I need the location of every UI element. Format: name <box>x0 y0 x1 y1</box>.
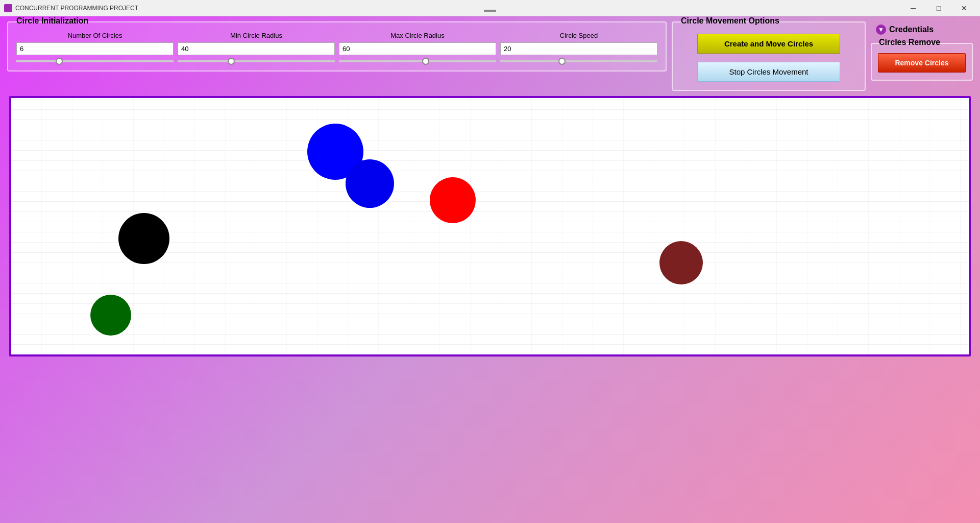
stop-movement-button[interactable]: Stop Circles Movement <box>697 62 840 82</box>
maximize-button[interactable]: □ <box>927 0 950 16</box>
credentials-section: ▼ Credentials <box>871 21 973 38</box>
slider-label-1: Min Circle Radius <box>178 32 335 39</box>
app-icon <box>4 4 12 12</box>
circle-1 <box>346 159 394 208</box>
remove-panel: Circles Remove Remove Circles <box>871 43 973 81</box>
slider-label-2: Max Circle Radius <box>339 32 496 39</box>
slider-range-1[interactable] <box>178 60 335 62</box>
slider-input-0[interactable] <box>16 42 174 55</box>
credentials-label: Credentials <box>889 25 934 34</box>
slider-range-3[interactable] <box>500 60 657 62</box>
slider-range-2[interactable] <box>339 60 496 62</box>
slider-input-1[interactable] <box>178 42 335 55</box>
slider-group-1: Min Circle Radius <box>178 32 335 62</box>
movement-panel-title: Circle Movement Options <box>679 16 781 26</box>
movement-buttons: Create and Move Circles Stop Circles Mov… <box>681 34 856 82</box>
slider-input-2[interactable] <box>339 42 496 55</box>
taskbar-button[interactable] <box>484 10 496 12</box>
minimize-button[interactable]: ─ <box>901 0 925 16</box>
slider-group-0: Number Of Circles <box>16 32 174 62</box>
main-content: Circle Initialization Number Of CirclesM… <box>0 16 980 362</box>
title-bar-controls: ─ □ ✕ <box>901 0 976 16</box>
slider-range-0[interactable] <box>16 60 174 62</box>
create-move-button[interactable]: Create and Move Circles <box>697 34 840 54</box>
circle-3 <box>118 213 169 264</box>
circle-5 <box>659 241 703 284</box>
slider-group-2: Max Circle Radius <box>339 32 496 62</box>
close-button[interactable]: ✕ <box>952 0 976 16</box>
slider-input-3[interactable] <box>500 42 657 55</box>
slider-label-3: Circle Speed <box>500 32 657 39</box>
top-row: Circle Initialization Number Of CirclesM… <box>7 21 973 91</box>
title-bar-left: CONCURRENT PROGRAMMING PROJECT <box>4 4 138 12</box>
sliders-row: Number Of CirclesMin Circle RadiusMax Ci… <box>16 32 657 62</box>
circle-4 <box>90 295 131 336</box>
slider-group-3: Circle Speed <box>500 32 657 62</box>
circle-2 <box>430 177 476 223</box>
canvas-area <box>9 96 971 356</box>
credentials-arrow-icon[interactable]: ▼ <box>876 25 886 35</box>
slider-label-0: Number Of Circles <box>16 32 174 39</box>
circle-init-panel: Circle Initialization Number Of CirclesM… <box>7 21 667 72</box>
title-bar: CONCURRENT PROGRAMMING PROJECT ─ □ ✕ <box>0 0 980 16</box>
title-bar-center <box>484 4 496 13</box>
remove-circles-button[interactable]: Remove Circles <box>878 53 966 73</box>
movement-options-panel: Circle Movement Options Create and Move … <box>672 21 866 91</box>
circle-init-title: Circle Initialization <box>14 16 90 26</box>
right-panel: ▼ Credentials Circles Remove Remove Circ… <box>871 21 973 81</box>
app-title: CONCURRENT PROGRAMMING PROJECT <box>15 5 138 12</box>
remove-panel-title: Circles Remove <box>877 38 942 47</box>
